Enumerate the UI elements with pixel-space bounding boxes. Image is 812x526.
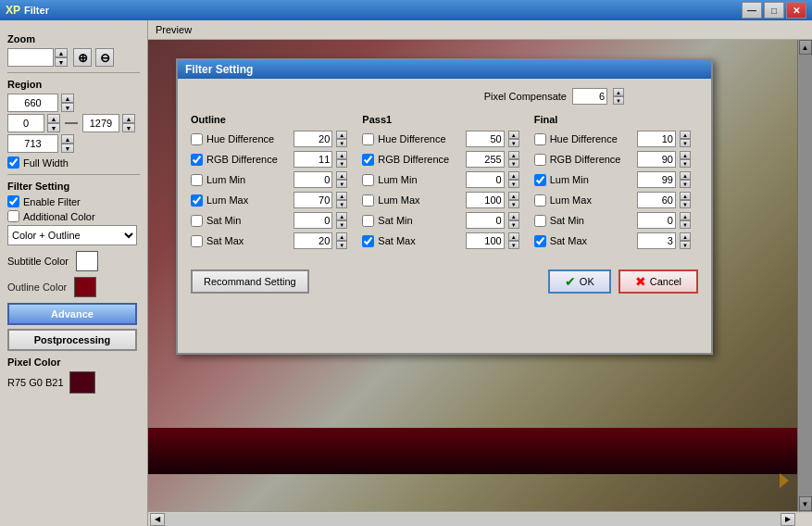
full-width-checkbox[interactable] (7, 157, 19, 169)
p1lmn-down[interactable]: ▼ (508, 180, 519, 188)
p1smn-down[interactable]: ▼ (508, 220, 519, 229)
or-down[interactable]: ▼ (336, 159, 347, 168)
fn-lummin-input[interactable] (637, 171, 676, 188)
p1-satmax-cb[interactable] (362, 235, 374, 247)
zoom-down-btn[interactable]: ▼ (55, 57, 68, 67)
p1-rgb-cb[interactable] (362, 154, 374, 166)
postprocessing-button[interactable]: Postprocessing (7, 329, 137, 351)
outline-satmin-input[interactable] (294, 212, 332, 229)
advance-button[interactable]: Advance (7, 303, 137, 325)
additional-color-checkbox[interactable] (7, 210, 19, 222)
fnlmx-up[interactable]: ▲ (680, 192, 691, 200)
fn-rgb-cb[interactable] (534, 154, 546, 166)
p1-lummin-cb[interactable] (362, 174, 374, 186)
outline-lummin-input[interactable] (294, 171, 332, 188)
cancel-button[interactable]: ✖ Cancel (618, 269, 698, 294)
osmn-down[interactable]: ▼ (336, 220, 347, 229)
fnsmx-down[interactable]: ▼ (680, 241, 691, 249)
outline-hue-cb[interactable] (191, 133, 203, 145)
scroll-right-arrow[interactable]: ▶ (781, 513, 795, 526)
color-dropdown[interactable]: Color + Outline Color Only Outline Only (7, 225, 137, 245)
outline-satmin-cb[interactable] (191, 215, 203, 227)
oh-down[interactable]: ▼ (336, 139, 347, 147)
region-val1[interactable] (7, 94, 58, 112)
scroll-left-arrow[interactable]: ◀ (150, 513, 165, 526)
recommand-button[interactable]: Recommand Setting (191, 269, 309, 294)
pc-up-btn[interactable]: ▲ (613, 88, 624, 96)
p1r-up[interactable]: ▲ (508, 151, 519, 159)
p1-hue-input[interactable] (466, 131, 505, 147)
p1smx-up[interactable]: ▲ (508, 232, 519, 241)
p1lmx-up[interactable]: ▲ (508, 192, 519, 200)
ok-button[interactable]: ✔ OK (548, 269, 611, 294)
outline-satmax-input[interactable] (294, 232, 332, 249)
outline-hue-input[interactable] (294, 131, 332, 147)
fnlmn-down[interactable]: ▼ (680, 180, 691, 188)
outline-rgb-input[interactable] (294, 151, 332, 168)
p1-lummax-input[interactable] (466, 192, 505, 208)
p1-lummin-input[interactable] (466, 171, 505, 188)
zoom-input[interactable]: 50 (7, 48, 54, 67)
fnh-up[interactable]: ▲ (680, 131, 691, 139)
pixel-compensate-input[interactable] (572, 88, 607, 105)
fn-hue-input[interactable] (637, 131, 676, 147)
or-up[interactable]: ▲ (336, 151, 347, 159)
outline-lummin-cb[interactable] (191, 174, 203, 186)
rv3-down[interactable]: ▼ (122, 123, 135, 132)
olmn-down[interactable]: ▼ (336, 180, 347, 188)
zoom-up-btn[interactable]: ▲ (55, 48, 68, 57)
region-val3[interactable] (82, 114, 119, 132)
fnlmn-up[interactable]: ▲ (680, 171, 691, 180)
maximize-button[interactable]: □ (764, 2, 784, 19)
p1r-down[interactable]: ▼ (508, 159, 519, 168)
osmn-up[interactable]: ▲ (336, 212, 347, 220)
fnsmn-down[interactable]: ▼ (680, 220, 691, 229)
subtitle-color-swatch[interactable] (76, 251, 98, 271)
fn-lummin-cb[interactable] (534, 174, 546, 186)
outline-lummax-input[interactable] (294, 192, 332, 208)
fn-satmin-input[interactable] (637, 212, 676, 229)
outline-color-swatch[interactable] (74, 277, 96, 297)
rv4-down[interactable]: ▼ (61, 144, 74, 153)
outline-satmax-cb[interactable] (191, 235, 203, 247)
fnlmx-down[interactable]: ▼ (680, 200, 691, 208)
enable-filter-checkbox[interactable] (7, 195, 19, 207)
close-button[interactable]: ✕ (786, 2, 806, 19)
fn-rgb-input[interactable] (637, 151, 676, 168)
p1h-up[interactable]: ▲ (508, 131, 519, 139)
p1h-down[interactable]: ▼ (508, 139, 519, 147)
p1-rgb-input[interactable] (466, 151, 505, 168)
olmx-up[interactable]: ▲ (336, 192, 347, 200)
fnh-down[interactable]: ▼ (680, 139, 691, 147)
zoom-in-btn[interactable]: ⊕ (73, 48, 92, 67)
oh-up[interactable]: ▲ (336, 131, 347, 139)
preview-scrollbar-bottom[interactable]: ◀ ▶ (148, 511, 812, 526)
fnr-up[interactable]: ▲ (680, 151, 691, 159)
region-val2[interactable] (7, 114, 44, 132)
fn-satmin-cb[interactable] (534, 215, 546, 227)
rv4-up[interactable]: ▲ (61, 134, 74, 144)
fn-satmax-cb[interactable] (534, 235, 546, 247)
rv1-down[interactable]: ▼ (61, 103, 74, 112)
rv3-up[interactable]: ▲ (122, 114, 135, 123)
fnsmx-up[interactable]: ▲ (680, 232, 691, 241)
olmx-down[interactable]: ▼ (336, 200, 347, 208)
outline-lummax-cb[interactable] (191, 194, 203, 207)
p1smx-down[interactable]: ▼ (508, 241, 519, 249)
p1-lummax-cb[interactable] (362, 194, 374, 207)
fn-hue-cb[interactable] (534, 133, 546, 145)
p1lmx-down[interactable]: ▼ (508, 200, 519, 208)
osmx-up[interactable]: ▲ (336, 232, 347, 241)
zoom-out-btn[interactable]: ⊖ (95, 48, 114, 67)
olmn-up[interactable]: ▲ (336, 171, 347, 180)
p1-satmax-input[interactable] (466, 232, 505, 249)
p1-satmin-cb[interactable] (362, 215, 374, 227)
rv1-up[interactable]: ▲ (61, 94, 74, 103)
osmx-down[interactable]: ▼ (336, 241, 347, 249)
fnr-down[interactable]: ▼ (680, 159, 691, 168)
p1-satmin-input[interactable] (466, 212, 505, 229)
p1-hue-cb[interactable] (362, 133, 374, 145)
fn-satmax-input[interactable] (637, 232, 676, 249)
scroll-track-h[interactable] (165, 513, 781, 526)
pc-down-btn[interactable]: ▼ (613, 96, 624, 105)
